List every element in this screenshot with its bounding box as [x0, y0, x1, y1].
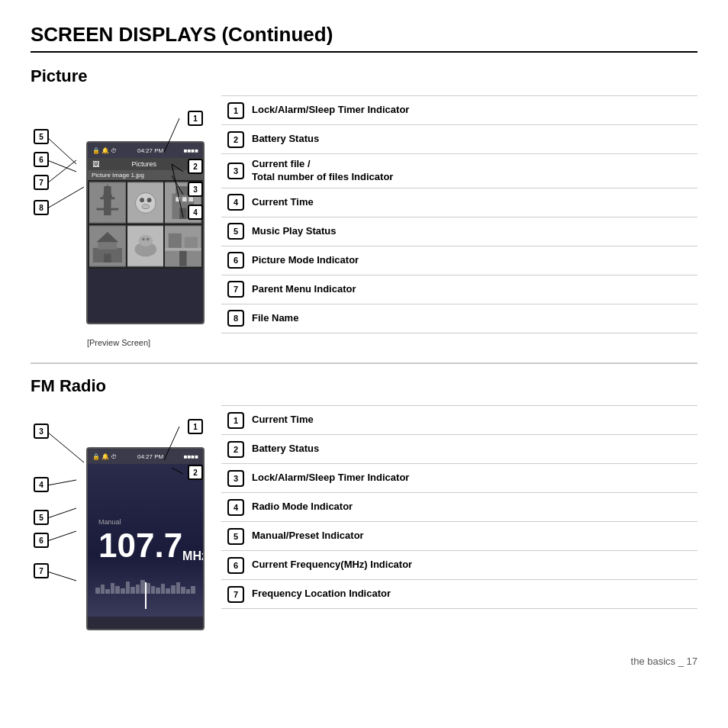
- item-desc: Battery Status: [252, 133, 319, 146]
- radio-ann-3: 3: [34, 424, 49, 439]
- item-num-badge: 7: [227, 281, 244, 298]
- folder-icon: 🖼: [92, 160, 99, 168]
- battery-indicator: ■■■■: [184, 147, 198, 154]
- photo-cell-1: [89, 182, 126, 224]
- item-desc: Current Frequency(MHz) Indicator: [252, 559, 412, 572]
- svg-rect-23: [189, 197, 194, 201]
- svg-point-34: [146, 238, 149, 241]
- radio-ann-6: 6: [34, 533, 49, 548]
- info-row: 2 Battery Status: [221, 125, 697, 154]
- svg-rect-38: [185, 237, 198, 250]
- info-row: 2 Battery Status: [221, 435, 697, 464]
- svg-line-47: [47, 572, 76, 581]
- picture-section-header: Picture: [31, 66, 697, 86]
- radio-ann-1: 1: [188, 419, 203, 434]
- item-desc: File Name: [252, 312, 298, 325]
- radio-ann-4: 4: [34, 477, 49, 492]
- svg-point-16: [147, 198, 151, 202]
- item-desc: Current file /Total number of files Indi…: [252, 158, 393, 184]
- svg-rect-39: [179, 250, 187, 266]
- item-num-badge: 8: [227, 310, 244, 327]
- svg-line-0: [47, 137, 76, 164]
- item-num-badge: 2: [227, 441, 244, 458]
- svg-point-15: [140, 198, 144, 202]
- radio-section-header: FM Radio: [31, 376, 697, 396]
- item-desc: Radio Mode Indicator: [252, 501, 353, 514]
- picture-info-table: 1 Lock/Alarm/Sleep Timer Indicator 2 Bat…: [221, 95, 697, 347]
- info-row: 6 Current Frequency(MHz) Indicator: [221, 551, 697, 580]
- radio-info-table: 1 Current Time 2 Battery Status 3 Lock/A…: [221, 405, 697, 642]
- svg-point-33: [142, 238, 145, 241]
- svg-line-46: [47, 531, 76, 541]
- item-desc: Parent Menu Indicator: [252, 283, 356, 296]
- item-num-badge: 6: [227, 252, 244, 269]
- svg-rect-22: [182, 197, 187, 201]
- item-num-badge: 1: [227, 102, 244, 119]
- ann-3: 3: [188, 182, 203, 197]
- ann-4: 4: [188, 205, 203, 220]
- radio-battery: ■■■■: [184, 453, 198, 460]
- item-desc: Battery Status: [252, 443, 319, 456]
- svg-point-14: [135, 193, 156, 214]
- svg-point-32: [138, 235, 153, 246]
- radio-frequency: 107.7MHz: [98, 529, 192, 562]
- svg-rect-24: [179, 208, 187, 219]
- item-num-badge: 5: [227, 528, 244, 545]
- radio-ann-2: 2: [188, 465, 203, 480]
- svg-line-6: [47, 160, 76, 183]
- info-row: 1 Current Time: [221, 406, 697, 435]
- info-row: 3 Lock/Alarm/Sleep Timer Indicator: [221, 464, 697, 493]
- page-title: SCREEN DISPLAYS (Continued): [31, 23, 697, 53]
- svg-line-45: [47, 508, 76, 518]
- preview-label: [Preview Screen]: [60, 338, 178, 347]
- item-num-badge: 3: [227, 470, 244, 487]
- info-row: 6 Picture Mode Indicator: [221, 246, 697, 275]
- info-row: 4 Radio Mode Indicator: [221, 493, 697, 522]
- ann-6: 6: [34, 152, 49, 167]
- ann-1: 1: [188, 111, 203, 126]
- item-num-badge: 4: [227, 194, 244, 211]
- item-num-badge: 1: [227, 412, 244, 429]
- folder-label: Pictures: [131, 160, 156, 168]
- item-num-badge: 5: [227, 223, 244, 240]
- item-num-badge: 3: [227, 163, 244, 179]
- info-row: 7 Parent Menu Indicator: [221, 275, 697, 304]
- info-row: 1 Lock/Alarm/Sleep Timer Indicator: [221, 96, 697, 125]
- svg-rect-37: [169, 234, 182, 250]
- info-row: 7 Frequency Location Indicator: [221, 580, 697, 609]
- svg-rect-40: [165, 248, 201, 251]
- svg-line-42: [47, 480, 76, 485]
- ann-8: 8: [34, 200, 49, 215]
- photo-cell-5: [127, 225, 164, 267]
- item-num-badge: 6: [227, 557, 244, 574]
- ann-5: 5: [34, 129, 49, 144]
- photo-cell-2: [127, 182, 164, 224]
- svg-rect-21: [176, 197, 181, 201]
- photo-cell-4: [89, 225, 126, 267]
- svg-line-41: [47, 432, 84, 462]
- info-row: 8 File Name: [221, 304, 697, 333]
- photo-grid: [88, 180, 203, 269]
- radio-indicator-line: [145, 582, 147, 609]
- item-desc: Picture Mode Indicator: [252, 254, 359, 267]
- item-num-badge: 4: [227, 499, 244, 516]
- item-desc: Current Time: [252, 196, 314, 209]
- info-row: 4 Current Time: [221, 188, 697, 217]
- radio-screen-time: 04:27 PM: [137, 453, 163, 460]
- radio-ann-5: 5: [34, 510, 49, 525]
- picture-device-screen: 🔒 🔔 ⏱ 04:27 PM ■■■■ 🖼 Pictures 1/8 Pictu…: [86, 141, 205, 324]
- svg-rect-29: [104, 254, 111, 263]
- ann-7: 7: [34, 175, 49, 190]
- item-desc: Current Time: [252, 414, 314, 427]
- radio-ann-7: 7: [34, 563, 49, 578]
- item-desc: Music Play Status: [252, 225, 337, 238]
- svg-point-17: [142, 205, 150, 209]
- svg-rect-12: [97, 208, 119, 211]
- ann-2: 2: [188, 159, 203, 174]
- item-desc: Frequency Location Indicator: [252, 588, 391, 601]
- radio-content-area: Manual 107.7MHz: [88, 464, 203, 617]
- screen-time: 04:27 PM: [137, 147, 163, 154]
- item-desc: Manual/Preset Indicator: [252, 530, 364, 543]
- info-row: 3 Current file /Total number of files In…: [221, 154, 697, 188]
- radio-mode: Manual: [98, 518, 192, 526]
